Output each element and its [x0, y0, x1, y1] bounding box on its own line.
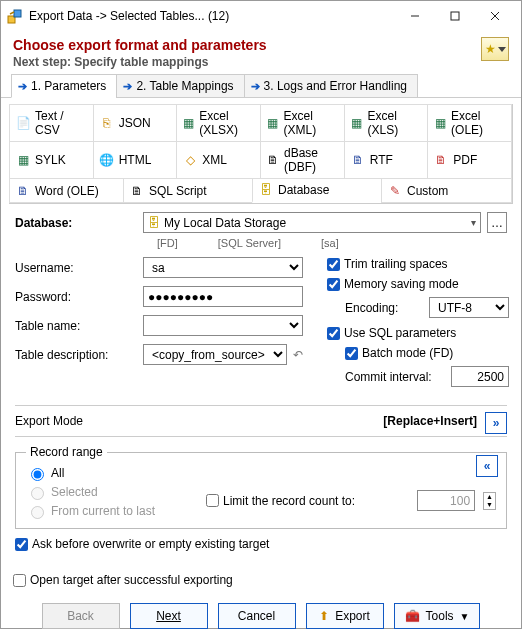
page-subtitle: Next step: Specify table mappings	[13, 55, 481, 69]
record-range-collapse-button[interactable]: «	[476, 455, 498, 477]
username-select[interactable]: sa	[143, 257, 303, 278]
wizard-tabs: ➔ 1. Parameters ➔ 2. Table Mappings ➔ 3.…	[1, 73, 521, 98]
sylk-icon: ▦	[16, 153, 30, 167]
excel-icon: ▦	[434, 116, 446, 130]
excel-icon: ▦	[183, 116, 194, 130]
arrow-right-icon: ➔	[123, 80, 132, 93]
chevron-down-icon: ▼	[460, 611, 470, 622]
batch-checkbox[interactable]: Batch mode (FD)	[345, 346, 509, 360]
memory-checkbox[interactable]: Memory saving mode	[327, 277, 509, 291]
tools-button[interactable]: 🧰 Tools ▼	[394, 603, 481, 629]
next-button[interactable]: Next	[130, 603, 208, 629]
format-custom[interactable]: ✎Custom	[381, 178, 512, 203]
format-pdf[interactable]: 🗎PDF	[427, 141, 512, 179]
format-text-csv[interactable]: 📄Text / CSV	[9, 104, 94, 142]
encoding-label: Encoding:	[345, 301, 423, 315]
tabledesc-select[interactable]: <copy_from_source>	[143, 344, 287, 365]
arrow-right-icon: ➔	[251, 80, 260, 93]
excel-icon: ▦	[351, 116, 363, 130]
custom-icon: ✎	[388, 184, 402, 198]
database-select[interactable]: 🗄 My Local Data Storage ▾	[143, 212, 481, 233]
chevron-down-icon: ▾	[471, 217, 476, 228]
format-html[interactable]: 🌐HTML	[93, 141, 178, 179]
app-icon	[7, 8, 23, 24]
encoding-select[interactable]: UTF-8	[429, 297, 509, 318]
limit-checkbox[interactable]: Limit the record count to:	[206, 494, 355, 508]
format-database[interactable]: 🗄Database	[252, 178, 382, 203]
tab-parameters[interactable]: ➔ 1. Parameters	[11, 74, 117, 98]
range-current-radio[interactable]: From current to last	[26, 503, 186, 519]
username-label: Username:	[15, 261, 137, 275]
password-label: Password:	[15, 290, 137, 304]
export-button[interactable]: ⬆ Export	[306, 603, 384, 629]
limit-up[interactable]: ▲	[484, 493, 495, 501]
tab-table-mappings[interactable]: ➔ 2. Table Mappings	[116, 74, 244, 98]
dbase-icon: 🗎	[267, 153, 279, 167]
format-dbase[interactable]: 🗎dBase (DBF)	[260, 141, 345, 179]
format-sylk[interactable]: ▦SYLK	[9, 141, 94, 179]
html-icon: 🌐	[100, 153, 114, 167]
file-text-icon: 📄	[16, 116, 30, 130]
format-sql-script[interactable]: 🗎SQL Script	[123, 178, 253, 203]
word-icon: 🗎	[16, 184, 30, 198]
open-after-checkbox[interactable]: Open target after successful exporting	[13, 573, 509, 587]
xml-icon: ◇	[183, 153, 197, 167]
commit-field[interactable]	[451, 366, 509, 387]
format-excel-xml[interactable]: ▦Excel (XML)	[260, 104, 345, 142]
trim-checkbox[interactable]: Trim trailing spaces	[327, 257, 509, 271]
export-mode-expand-button[interactable]: »	[485, 412, 507, 434]
pdf-icon: 🗎	[434, 153, 448, 167]
minimize-button[interactable]	[395, 1, 435, 31]
database-hints: [FD] [SQL Server] [sa]	[15, 237, 507, 249]
chevron-down-icon	[498, 47, 506, 52]
favorites-button[interactable]: ★	[481, 37, 509, 61]
format-rtf[interactable]: 🗎RTF	[344, 141, 429, 179]
database-icon: 🗄	[148, 216, 160, 230]
tab-label: 1. Parameters	[31, 79, 106, 93]
cancel-button[interactable]: Cancel	[218, 603, 296, 629]
format-excel-ole[interactable]: ▦Excel (OLE)	[427, 104, 512, 142]
limit-down[interactable]: ▼	[484, 501, 495, 509]
page-title: Choose export format and parameters	[13, 37, 481, 53]
sqlparams-checkbox[interactable]: Use SQL parameters	[327, 326, 509, 340]
format-excel-xlsx[interactable]: ▦Excel (XLSX)	[176, 104, 261, 142]
format-excel-xls[interactable]: ▦Excel (XLS)	[344, 104, 429, 142]
star-icon: ★	[485, 42, 496, 56]
format-word-ole[interactable]: 🗎Word (OLE)	[9, 178, 124, 203]
excel-icon: ▦	[267, 116, 279, 130]
tab-logs[interactable]: ➔ 3. Logs and Error Handling	[244, 74, 418, 98]
hint-driver: [FD]	[157, 237, 178, 249]
tabledesc-label: Table description:	[15, 348, 137, 362]
database-value: My Local Data Storage	[164, 216, 471, 230]
revert-icon[interactable]: ↶	[293, 348, 303, 362]
svg-rect-3	[451, 12, 459, 20]
svg-rect-1	[14, 10, 21, 17]
record-range-group: Record range « All Selected From current…	[15, 445, 507, 529]
database-browse-button[interactable]: …	[487, 212, 507, 233]
page-header: Choose export format and parameters Next…	[1, 31, 521, 73]
hint-user: [sa]	[321, 237, 339, 249]
close-button[interactable]	[475, 1, 515, 31]
json-icon: ⎘	[100, 116, 114, 130]
sql-icon: 🗎	[130, 184, 144, 198]
range-selected-radio[interactable]: Selected	[26, 484, 186, 500]
tablename-label: Table name:	[15, 319, 137, 333]
rtf-icon: 🗎	[351, 153, 365, 167]
format-xml[interactable]: ◇XML	[176, 141, 261, 179]
arrow-right-icon: ➔	[18, 80, 27, 93]
database-icon: 🗄	[259, 183, 273, 197]
export-mode-value: [Replace+Insert]	[383, 414, 477, 428]
export-icon: ⬆	[319, 609, 329, 623]
maximize-button[interactable]	[435, 1, 475, 31]
limit-field[interactable]	[417, 490, 475, 511]
record-range-legend: Record range	[26, 445, 107, 459]
format-tabs: 📄Text / CSV ⎘JSON ▦Excel (XLSX) ▦Excel (…	[9, 104, 513, 204]
password-field[interactable]	[143, 286, 303, 307]
tablename-select[interactable]	[143, 315, 303, 336]
format-json[interactable]: ⎘JSON	[93, 104, 178, 142]
ask-overwrite-checkbox[interactable]: Ask before overwrite or empty existing t…	[15, 537, 507, 551]
back-button[interactable]: Back	[42, 603, 120, 629]
range-all-radio[interactable]: All	[26, 465, 186, 481]
tab-label: 3. Logs and Error Handling	[264, 79, 407, 93]
window-title: Export Data -> Selected Tables... (12)	[29, 9, 395, 23]
